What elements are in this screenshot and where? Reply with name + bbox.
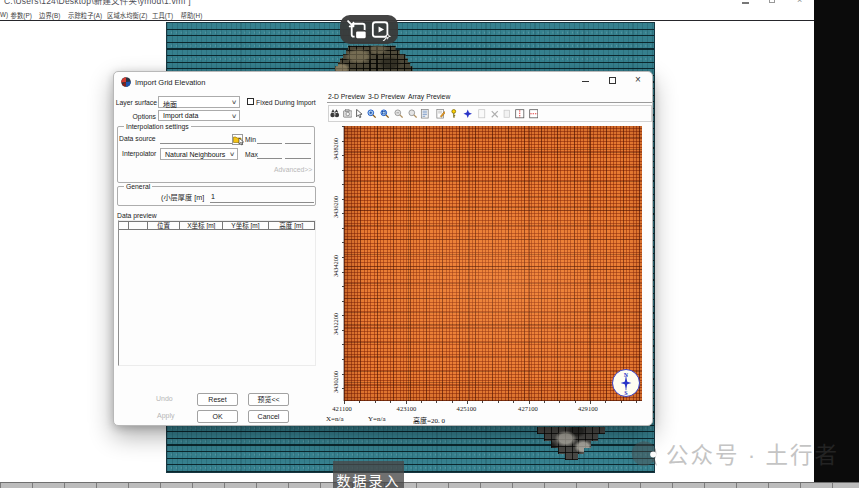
- cursor-arrow-icon: [238, 138, 245, 146]
- plot-major-vline: [408, 126, 409, 401]
- zoom-full-icon[interactable]: [408, 109, 418, 119]
- interpolator-label: Interpolator: [122, 150, 156, 157]
- menu-item-4[interactable]: 区域水均衡(Z): [107, 11, 147, 20]
- y-tick-label: 3432200: [332, 313, 339, 335]
- cursor-icon[interactable]: [354, 109, 364, 119]
- menu-item-5[interactable]: 工具(T): [152, 11, 173, 20]
- y-tick-label: 3434200: [332, 255, 339, 277]
- x-tick-mark: [375, 401, 376, 403]
- x-tick-mark: [390, 401, 391, 403]
- dialog-minimize-button[interactable]: [582, 81, 589, 82]
- general-group-label: General: [124, 183, 152, 190]
- grid-preview-plot[interactable]: [344, 126, 642, 401]
- chevron-down-icon: ∨: [229, 150, 235, 157]
- watermark-logo-icon: [630, 441, 661, 467]
- y-tick-mark: [342, 344, 345, 345]
- y-tick-mark: [342, 374, 345, 375]
- zoom-in-icon[interactable]: [367, 109, 377, 119]
- x-tick-label: 427100: [518, 405, 538, 412]
- undo-button[interactable]: Undo: [156, 395, 173, 402]
- y-tick-mark: [342, 257, 345, 258]
- options-label: Options: [114, 113, 156, 120]
- x-tick-mark: [621, 401, 622, 403]
- x-tick-mark: [421, 401, 422, 403]
- shrink-window-icon[interactable]: [345, 18, 368, 41]
- status-x: X=n/a: [326, 415, 344, 423]
- interpolator-combobox[interactable]: Natural Neighbours ∨: [160, 148, 238, 160]
- plot-major-vline: [468, 126, 469, 401]
- navigate-icon[interactable]: [463, 109, 473, 119]
- dialog-close-button[interactable]: ×: [635, 74, 641, 85]
- app-minimize-button[interactable]: [742, 2, 749, 4]
- data-preview-table[interactable]: 位置X坐标 [m]Y坐标 [m]高度 [m]: [118, 220, 316, 366]
- key-icon[interactable]: [449, 109, 459, 119]
- tab-separator: [327, 102, 652, 103]
- edit-icon[interactable]: [436, 109, 446, 119]
- x-tick-mark: [436, 401, 437, 403]
- report-icon[interactable]: [420, 109, 430, 119]
- zoom-out-icon[interactable]: [394, 109, 404, 119]
- max-input-2[interactable]: [285, 149, 311, 159]
- y-tick-mark: [342, 228, 345, 229]
- max-input-1[interactable]: [257, 149, 282, 159]
- plot-major-hline: [344, 324, 642, 325]
- min-label: Min: [245, 136, 256, 143]
- layer-surface-combobox[interactable]: 地面 ∨: [158, 96, 240, 108]
- bottom-scrollbar[interactable]: [0, 482, 859, 488]
- x-tick-mark: [467, 401, 468, 404]
- compass-rose: N S: [611, 368, 641, 398]
- advanced-button[interactable]: Advanced>>: [274, 166, 312, 173]
- preview-toggle-button[interactable]: 预览<<: [248, 393, 289, 406]
- table-header-cell: Y坐标 [m]: [223, 222, 268, 229]
- x-tick-mark: [636, 401, 637, 403]
- dialog-titlebar[interactable]: Import Grid Elevation ×: [114, 72, 652, 92]
- page-icon[interactable]: [502, 109, 512, 119]
- zoom-window-icon[interactable]: [380, 109, 390, 119]
- menu-item-1[interactable]: 参数(P): [11, 11, 33, 20]
- app-close-button[interactable]: ×: [797, 0, 802, 5]
- data-source-browse-button[interactable]: [232, 134, 243, 145]
- y-tick-mark: [342, 184, 345, 185]
- dialog-maximize-button[interactable]: [609, 77, 616, 84]
- options-combobox[interactable]: Import data ∨: [158, 110, 240, 122]
- min-input-2[interactable]: [285, 134, 311, 144]
- play-popup-icon[interactable]: [369, 18, 392, 41]
- menu-item-2[interactable]: 边界(B): [39, 11, 61, 20]
- tab-3d-preview[interactable]: 3-D Preview: [368, 93, 405, 100]
- menu-item-3[interactable]: 示踪粒子(A): [68, 11, 102, 20]
- data-source-input[interactable]: [160, 134, 232, 144]
- ok-button[interactable]: OK: [197, 410, 238, 423]
- app-maximize-button[interactable]: [769, 0, 775, 3]
- snapshot-icon[interactable]: [343, 109, 353, 119]
- x-tick-label: 429100: [578, 405, 598, 412]
- cancel-button[interactable]: Cancel: [248, 410, 289, 423]
- fixed-during-import-checkbox[interactable]: [247, 98, 254, 105]
- menu-item-0[interactable]: W): [0, 11, 8, 18]
- y-tick-mark: [342, 199, 345, 200]
- dialog-app-icon: [121, 77, 131, 87]
- x-tick-mark: [575, 401, 576, 403]
- interpolator-value: Natural Neighbours: [165, 151, 225, 158]
- tab-array-preview[interactable]: Array Preview: [408, 93, 450, 100]
- menu-item-6[interactable]: 帮助(H): [181, 11, 203, 20]
- plot-major-hline: [344, 207, 642, 208]
- column-section-icon[interactable]: [515, 109, 525, 119]
- tab-2d-preview[interactable]: 2-D Preview: [328, 93, 365, 100]
- y-tick-mark: [342, 141, 345, 142]
- data-preview-table-header: 位置X坐标 [m]Y坐标 [m]高度 [m]: [119, 221, 315, 230]
- app-menubar: W)参数(P)边界(B)示踪粒子(A)区域水均衡(Z)工具(T)帮助(H): [0, 8, 814, 20]
- binoculars-icon[interactable]: [330, 109, 340, 119]
- app-window-title: C:\Users\124\Desktop\新建文件夹\ymod\1.vmf ]: [4, 0, 191, 6]
- apply-button[interactable]: Apply: [157, 412, 175, 419]
- data-source-label: Data source: [119, 135, 156, 142]
- y-tick-mark: [342, 213, 345, 214]
- delete-icon[interactable]: [490, 109, 500, 119]
- table-header-cell: [119, 222, 129, 229]
- reset-button[interactable]: Reset: [197, 393, 238, 406]
- row-section-icon[interactable]: [529, 109, 539, 119]
- layer-surface-label: Layer surface: [114, 99, 157, 106]
- layer-thickness-input[interactable]: [210, 193, 314, 203]
- new-page-icon[interactable]: [477, 109, 487, 119]
- data-preview-label: Data preview: [117, 212, 157, 219]
- min-input-1[interactable]: [257, 134, 282, 144]
